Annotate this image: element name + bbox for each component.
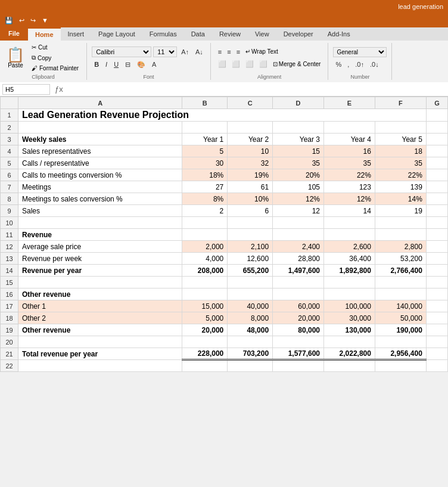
cell-f5[interactable]: 35 — [375, 157, 426, 169]
formula-input[interactable] — [68, 86, 446, 93]
percent-button[interactable]: % — [333, 60, 344, 69]
cell-e3[interactable]: Year 4 — [324, 134, 375, 145]
cell-f11[interactable] — [375, 229, 426, 241]
save-button[interactable]: 💾 — [2, 15, 15, 26]
cell-e19[interactable]: 130,000 — [324, 324, 375, 336]
cell-d6[interactable]: 20% — [273, 169, 324, 181]
cell-e7[interactable]: 123 — [324, 181, 375, 193]
cell-a18[interactable]: Other 2 — [18, 312, 182, 324]
cell-b13[interactable]: 4,000 — [182, 253, 228, 265]
cell-a16[interactable]: Other revenue — [18, 289, 182, 300]
cell-c9[interactable]: 6 — [228, 205, 273, 217]
cell-d13[interactable]: 28,800 — [273, 253, 324, 265]
cell-a15[interactable] — [18, 277, 182, 289]
cell-b9[interactable]: 2 — [182, 205, 228, 217]
cell-c12[interactable]: 2,100 — [228, 241, 273, 253]
paste-button[interactable]: 📋 Paste — [5, 43, 26, 73]
tab-home[interactable]: Home — [28, 27, 61, 41]
cell-a20[interactable] — [18, 336, 182, 348]
cell-a3[interactable]: Weekly sales — [18, 134, 182, 145]
cell-e17[interactable]: 100,000 — [324, 300, 375, 312]
cell-d9[interactable]: 12 — [273, 205, 324, 217]
border-button[interactable]: ⊟ — [123, 60, 133, 70]
align-center-button[interactable]: ⬜ — [229, 59, 242, 69]
cell-b11[interactable] — [182, 229, 228, 241]
cell-f17[interactable]: 140,000 — [375, 300, 426, 312]
customize-qat-button[interactable]: ▼ — [39, 15, 51, 25]
cell-f8[interactable]: 14% — [375, 193, 426, 205]
cell-c5[interactable]: 32 — [228, 157, 273, 169]
cell-b19[interactable]: 20,000 — [182, 324, 228, 336]
cell-d8[interactable]: 12% — [273, 193, 324, 205]
cell-d12[interactable]: 2,400 — [273, 241, 324, 253]
cell-c3[interactable]: Year 2 — [228, 134, 273, 145]
tab-file[interactable]: File — [0, 27, 28, 41]
cell-b15[interactable] — [182, 277, 228, 289]
format-painter-button[interactable]: 🖌 Format Painter — [29, 64, 82, 73]
cell-b2[interactable] — [182, 122, 228, 134]
cell-e6[interactable]: 22% — [324, 169, 375, 181]
cell-a9[interactable]: Sales — [18, 205, 182, 217]
cell-c6[interactable]: 19% — [228, 169, 273, 181]
cell-b10[interactable] — [182, 217, 228, 229]
col-header-e[interactable]: E — [324, 97, 375, 109]
cell-e18[interactable]: 30,000 — [324, 312, 375, 324]
cell-d3[interactable]: Year 3 — [273, 134, 324, 145]
col-header-g[interactable]: G — [426, 97, 447, 109]
cell-f14[interactable]: 2,766,400 — [375, 265, 426, 277]
tab-page-layout[interactable]: Page Layout — [91, 27, 142, 41]
tab-data[interactable]: Data — [184, 27, 212, 41]
underline-button[interactable]: U — [111, 60, 121, 69]
cell-c15[interactable] — [228, 277, 273, 289]
cell-e5[interactable]: 35 — [324, 157, 375, 169]
col-header-f[interactable]: F — [375, 97, 426, 109]
cell-c18[interactable]: 8,000 — [228, 312, 273, 324]
comma-button[interactable]: , — [345, 60, 351, 69]
cell-f21[interactable]: 2,956,400 — [375, 348, 426, 360]
copy-button[interactable]: ⧉ Copy — [29, 53, 82, 63]
bold-button[interactable]: B — [92, 60, 101, 69]
cell-d22[interactable] — [273, 360, 324, 372]
cell-a12[interactable]: Average sale price — [18, 241, 182, 253]
align-top-center-button[interactable]: ≡ — [225, 47, 233, 57]
cell-e16[interactable] — [324, 289, 375, 300]
cell-a8[interactable]: Meetings to sales conversion % — [18, 193, 182, 205]
cell-a21[interactable]: Total revenue per year — [18, 348, 182, 360]
cell-e21[interactable]: 2,022,800 — [324, 348, 375, 360]
cell-b18[interactable]: 5,000 — [182, 312, 228, 324]
increase-decimal-button[interactable]: .0↑ — [353, 60, 366, 69]
cell-b5[interactable]: 30 — [182, 157, 228, 169]
cell-c19[interactable]: 48,000 — [228, 324, 273, 336]
cell-e9[interactable]: 14 — [324, 205, 375, 217]
cell-b8[interactable]: 8% — [182, 193, 228, 205]
tab-add-ins[interactable]: Add-Ins — [321, 27, 357, 41]
cell-a17[interactable]: Other 1 — [18, 300, 182, 312]
italic-button[interactable]: I — [103, 60, 110, 69]
cell-f6[interactable]: 22% — [375, 169, 426, 181]
cell-a22[interactable] — [18, 360, 182, 372]
redo-button[interactable]: ↪ — [28, 15, 38, 26]
cell-b6[interactable]: 18% — [182, 169, 228, 181]
cell-b14[interactable]: 208,000 — [182, 265, 228, 277]
cell-e15[interactable] — [324, 277, 375, 289]
cell-a4[interactable]: Sales representatives — [18, 145, 182, 157]
cell-f13[interactable]: 53,200 — [375, 253, 426, 265]
cell-f12[interactable]: 2,800 — [375, 241, 426, 253]
cell-c13[interactable]: 12,600 — [228, 253, 273, 265]
font-face-selector[interactable]: Calibri — [92, 46, 151, 57]
cell-c8[interactable]: 10% — [228, 193, 273, 205]
cell-d15[interactable] — [273, 277, 324, 289]
cell-e4[interactable]: 16 — [324, 145, 375, 157]
cell-b21[interactable]: 228,000 — [182, 348, 228, 360]
font-color-button[interactable]: A — [150, 60, 158, 69]
cell-f20[interactable] — [375, 336, 426, 348]
tab-formulas[interactable]: Formulas — [142, 27, 184, 41]
cell-f9[interactable]: 19 — [375, 205, 426, 217]
cell-a6[interactable]: Calls to meetings conversion % — [18, 169, 182, 181]
cell-c10[interactable] — [228, 217, 273, 229]
align-left-button[interactable]: ⬜ — [216, 59, 229, 69]
cell-e11[interactable] — [324, 229, 375, 241]
cell-f2[interactable] — [375, 122, 426, 134]
cell-c2[interactable] — [228, 122, 273, 134]
increase-font-button[interactable]: A↑ — [179, 47, 191, 57]
